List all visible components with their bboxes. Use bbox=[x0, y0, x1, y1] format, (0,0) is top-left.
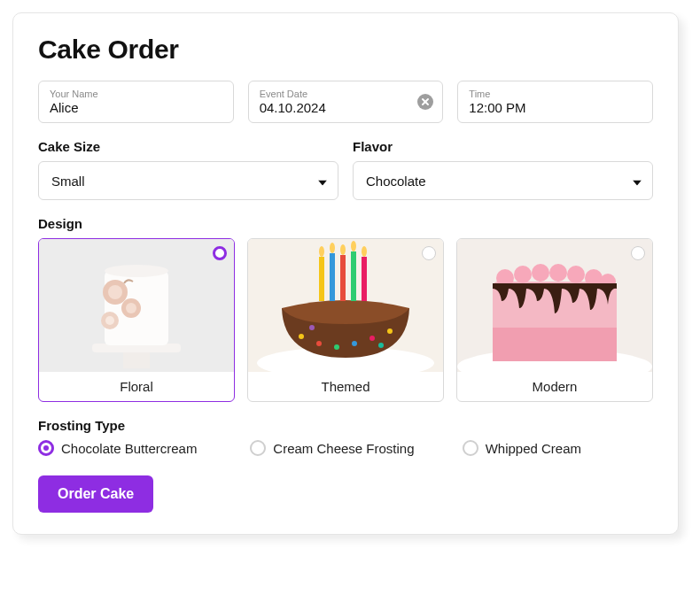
time-label: Time bbox=[469, 89, 642, 99]
page-title: Cake Order bbox=[38, 35, 653, 65]
close-icon bbox=[421, 97, 430, 106]
design-options: Floral bbox=[38, 238, 653, 402]
floral-cake-image bbox=[39, 239, 234, 372]
svg-point-17 bbox=[334, 344, 339, 350]
time-input[interactable] bbox=[469, 99, 642, 117]
svg-point-12 bbox=[105, 316, 114, 325]
flavor-value: Chocolate bbox=[366, 174, 426, 189]
order-form-card: Cake Order Your Name Event Date Time Cak… bbox=[12, 12, 679, 535]
design-option-themed[interactable]: Themed bbox=[247, 238, 444, 402]
size-label: Cake Size bbox=[38, 139, 338, 154]
clear-date-button[interactable] bbox=[417, 94, 433, 110]
svg-rect-26 bbox=[351, 251, 356, 301]
name-label: Your Name bbox=[50, 89, 222, 99]
frosting-option-label: Cream Cheese Frosting bbox=[273, 441, 414, 456]
radio-icon bbox=[463, 440, 478, 456]
radio-indicator bbox=[631, 246, 645, 260]
svg-point-38 bbox=[514, 266, 532, 283]
size-select[interactable]: Small bbox=[38, 161, 338, 200]
svg-point-18 bbox=[352, 341, 357, 346]
svg-point-8 bbox=[108, 285, 122, 299]
frosting-options: Chocolate Buttercream Cream Cheese Frost… bbox=[38, 440, 653, 456]
design-caption: Modern bbox=[457, 372, 652, 401]
flavor-group: Flavor Chocolate bbox=[353, 123, 653, 200]
radio-icon bbox=[250, 440, 266, 456]
svg-rect-4 bbox=[123, 352, 150, 368]
svg-rect-27 bbox=[362, 257, 367, 301]
design-caption: Floral bbox=[39, 372, 234, 401]
svg-point-22 bbox=[378, 343, 384, 348]
frosting-option-chocolate-buttercream[interactable]: Chocolate Buttercream bbox=[38, 440, 229, 456]
svg-point-20 bbox=[387, 328, 393, 334]
radio-icon bbox=[38, 440, 54, 456]
frosting-option-label: Whipped Cream bbox=[486, 441, 581, 456]
frosting-option-whipped-cream[interactable]: Whipped Cream bbox=[463, 440, 653, 456]
svg-point-28 bbox=[319, 246, 324, 257]
design-label: Design bbox=[38, 216, 653, 231]
svg-rect-36 bbox=[493, 328, 617, 361]
order-cake-button[interactable]: Order Cake bbox=[38, 475, 153, 513]
frosting-option-label: Chocolate Buttercream bbox=[61, 441, 197, 456]
time-field[interactable]: Time bbox=[457, 81, 653, 123]
svg-point-6 bbox=[105, 265, 168, 277]
name-field[interactable]: Your Name bbox=[38, 81, 234, 123]
caret-down-icon bbox=[318, 174, 327, 189]
svg-point-10 bbox=[126, 303, 136, 313]
design-caption: Themed bbox=[248, 372, 443, 401]
svg-point-30 bbox=[340, 244, 346, 255]
design-option-floral[interactable]: Floral bbox=[38, 238, 235, 402]
radio-indicator bbox=[422, 246, 436, 260]
flavor-label: Flavor bbox=[353, 139, 653, 154]
flavor-select[interactable]: Chocolate bbox=[353, 161, 653, 200]
modern-cake-image bbox=[457, 239, 652, 372]
svg-point-16 bbox=[316, 341, 322, 346]
svg-rect-25 bbox=[340, 255, 346, 301]
svg-point-41 bbox=[567, 266, 585, 283]
frosting-option-cream-cheese[interactable]: Cream Cheese Frosting bbox=[250, 440, 440, 456]
svg-point-19 bbox=[369, 336, 375, 341]
date-field[interactable]: Event Date bbox=[248, 81, 444, 123]
date-input[interactable] bbox=[260, 99, 432, 117]
svg-point-39 bbox=[532, 264, 549, 282]
date-label: Event Date bbox=[260, 89, 432, 99]
name-input[interactable] bbox=[50, 99, 222, 117]
radio-indicator bbox=[213, 246, 227, 260]
size-value: Small bbox=[51, 174, 85, 189]
caret-down-icon bbox=[633, 174, 642, 189]
svg-rect-24 bbox=[330, 253, 335, 301]
svg-point-29 bbox=[330, 243, 335, 253]
frosting-label: Frosting Type bbox=[38, 418, 653, 433]
svg-point-21 bbox=[309, 325, 315, 330]
size-group: Cake Size Small bbox=[38, 123, 338, 200]
design-option-modern[interactable]: Modern bbox=[456, 238, 653, 402]
svg-point-40 bbox=[549, 264, 567, 282]
svg-point-32 bbox=[362, 246, 367, 257]
size-flavor-row: Cake Size Small Flavor Chocolate bbox=[38, 123, 653, 200]
basic-info-row: Your Name Event Date Time bbox=[38, 81, 653, 123]
svg-point-15 bbox=[299, 334, 304, 339]
themed-cake-image bbox=[248, 239, 443, 372]
svg-rect-23 bbox=[319, 257, 324, 301]
svg-point-31 bbox=[351, 241, 356, 251]
